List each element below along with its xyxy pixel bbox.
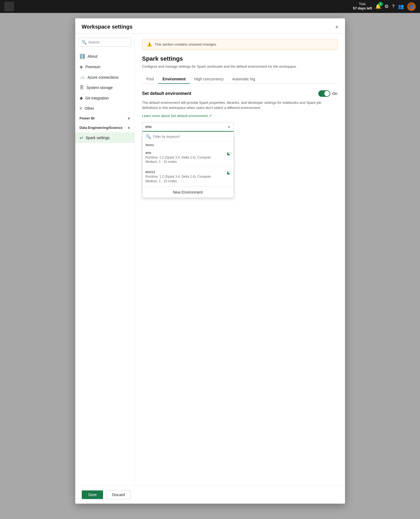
modal-footer: Save Discard	[75, 486, 345, 504]
sidebar-item-label: Git integration	[86, 96, 109, 100]
chevron-down-icon: ∨	[228, 125, 230, 129]
env-item-name: env	[146, 151, 225, 155]
tab-automatic-log[interactable]: Automatic log	[228, 75, 259, 84]
dropdown-value: env	[146, 125, 152, 129]
env-item-desc: Runtime: 1.2 (Spark 3.4, Delta 2.4), Com…	[146, 155, 225, 164]
learn-more-link[interactable]: Learn more about Set default environment…	[142, 114, 212, 118]
dropdown-item-info: env11 Runtime: 1.2 (Spark 3.4, Delta 2.4…	[146, 170, 225, 184]
page-title: Spark settings	[142, 55, 337, 62]
search-icon: 🔍	[146, 134, 151, 139]
workspace-settings-modal: Workspace settings × 🔍 ℹ️ About	[75, 18, 345, 504]
tab-pool[interactable]: Pool	[142, 75, 158, 84]
modal-body: 🔍 ℹ️ About ◈ Premium ☁️ Azure connec	[75, 33, 345, 486]
dropdown-item-info: env Runtime: 1.2 (Spark 3.4, Delta 2.4),…	[146, 151, 225, 164]
modal-header: Workspace settings ×	[75, 18, 345, 33]
search-box[interactable]: 🔍	[78, 38, 131, 47]
dropdown-items-label: Items	[142, 142, 234, 148]
dataeng-label: Data Engineering/Science	[80, 126, 123, 130]
sidebar-item-label: Spark settings	[86, 136, 110, 140]
dropdown-item-row: env Runtime: 1.2 (Spark 3.4, Delta 2.4),…	[146, 151, 230, 164]
sidebar-item-azure[interactable]: ☁️ Azure connections	[75, 72, 134, 83]
toggle-wrap: On	[318, 90, 337, 97]
external-link-icon[interactable]: ⬕	[227, 151, 230, 156]
sidebar-item-label: Other	[85, 106, 94, 111]
storage-icon: 🗄	[80, 85, 84, 90]
warning-banner: ⚠️ This section contains unsaved changes…	[142, 39, 337, 50]
sidebar-item-label: Azure connections	[88, 75, 119, 80]
env-dropdown-wrap: env ∨ 🔍 Items	[142, 122, 234, 132]
premium-icon: ◈	[80, 64, 83, 69]
topbar: Trial: 57 days left 🔔 5 ⚙ ? 👥 👤	[0, 0, 420, 13]
external-link-icon: ↗	[209, 114, 212, 118]
section-title: Set default environment	[142, 91, 191, 96]
search-icon: 🔍	[81, 40, 87, 45]
sidebar-item-label: System storage	[87, 85, 113, 90]
sidebar-item-storage[interactable]: 🗄 System storage	[75, 83, 134, 93]
sidebar-item-label: Premium	[86, 65, 101, 69]
cloud-icon: ☁️	[80, 75, 85, 80]
sidebar-item-premium[interactable]: ◈ Premium	[75, 61, 134, 72]
sidebar-item-label: About	[88, 54, 98, 59]
modal-overlay: Workspace settings × 🔍 ℹ️ About	[0, 13, 420, 519]
toggle-switch[interactable]	[318, 90, 330, 97]
avatar[interactable]: 👤	[407, 2, 416, 11]
help-icon[interactable]: ?	[392, 4, 395, 9]
learn-link-text: Learn more about Set default environment	[142, 114, 208, 118]
new-environment-button[interactable]: New Environment	[142, 187, 234, 198]
spark-icon: ⇌	[80, 135, 83, 140]
dropdown-item-env11[interactable]: env11 Runtime: 1.2 (Spark 3.4, Delta 2.4…	[142, 167, 234, 187]
sidebar-item-spark-settings[interactable]: ⇌ Spark settings	[75, 132, 134, 143]
env11-item-desc: Runtime: 1.2 (Spark 3.4, Delta 2.4), Com…	[146, 174, 225, 184]
modal-title: Workspace settings	[82, 24, 133, 30]
env-dropdown-list: 🔍 Items env Runtime: 1.2 (Spark 3.4, Del…	[142, 132, 234, 198]
powerbi-label: Power BI	[80, 116, 95, 120]
sidebar: 🔍 ℹ️ About ◈ Premium ☁️ Azure connec	[75, 33, 135, 486]
sidebar-item-other[interactable]: ≡ Other	[75, 103, 134, 114]
tabs-bar: Pool Environment High concurrency Automa…	[142, 75, 337, 84]
env11-item-name: env11	[146, 170, 225, 174]
sidebar-item-git[interactable]: ◆ Git integration	[75, 93, 134, 103]
other-icon: ≡	[80, 106, 82, 111]
brand-logo	[4, 2, 14, 11]
dropdown-filter-input[interactable]	[153, 135, 230, 139]
git-icon: ◆	[80, 95, 83, 101]
dropdown-item-env[interactable]: env Runtime: 1.2 (Spark 3.4, Delta 2.4),…	[142, 148, 234, 167]
chevron-down-icon: ∨	[128, 116, 130, 120]
page-desc: Configure and manage settings for Spark …	[142, 64, 337, 69]
external-link-icon[interactable]: ⬕	[227, 170, 230, 175]
toggle-label: On	[332, 91, 337, 96]
tab-environment[interactable]: Environment	[158, 75, 190, 84]
dropdown-search-wrap: 🔍	[142, 132, 234, 142]
info-icon: ℹ️	[80, 54, 85, 59]
search-input[interactable]	[88, 40, 128, 44]
close-button[interactable]: ×	[335, 24, 339, 30]
save-button[interactable]: Save	[82, 490, 103, 499]
sidebar-item-about[interactable]: ℹ️ About	[75, 51, 134, 61]
set-default-env-header: Set default environment On	[142, 90, 337, 97]
notif-badge: 5	[378, 2, 383, 6]
sidebar-section-dataeng[interactable]: Data Engineering/Science ∧	[75, 123, 134, 132]
warning-icon: ⚠️	[147, 42, 152, 47]
section-desc: The default environment will provide Spa…	[142, 100, 337, 111]
sidebar-section-powerbi[interactable]: Power BI ∨	[75, 114, 134, 123]
main-content: ⚠️ This section contains unsaved changes…	[135, 33, 345, 486]
chevron-up-icon: ∧	[128, 126, 130, 130]
notifications-icon[interactable]: 🔔 5	[375, 4, 381, 9]
discard-button[interactable]: Discard	[106, 490, 130, 499]
dropdown-item-row: env11 Runtime: 1.2 (Spark 3.4, Delta 2.4…	[146, 170, 230, 184]
trial-info: Trial: 57 days left	[353, 2, 372, 11]
settings-icon[interactable]: ⚙	[384, 4, 389, 9]
tab-high-concurrency[interactable]: High concurrency	[190, 75, 228, 84]
people-icon[interactable]: 👥	[398, 4, 404, 9]
env-dropdown-button[interactable]: env ∨	[142, 122, 234, 132]
warning-text: This section contains unsaved changes.	[155, 42, 217, 46]
